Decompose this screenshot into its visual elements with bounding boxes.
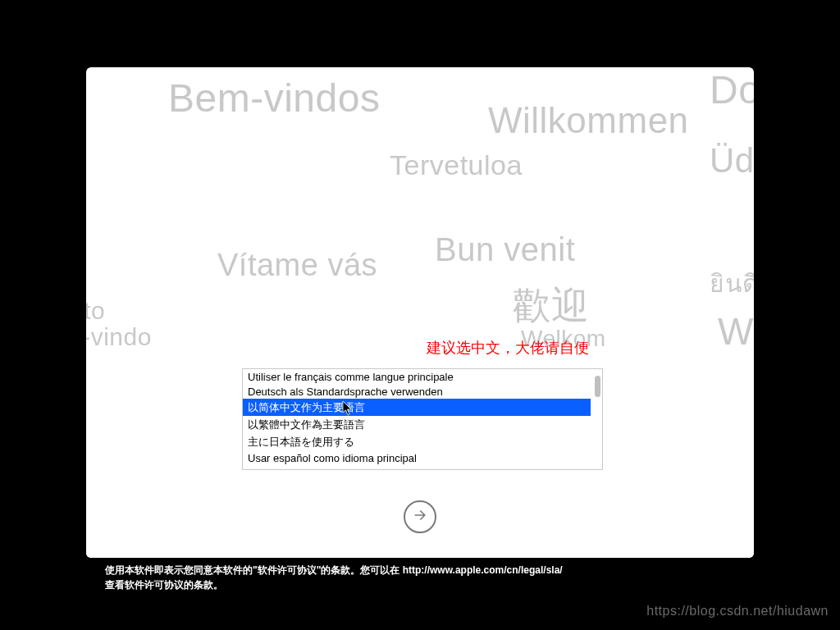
greeting-text: Bun venit: [435, 231, 575, 268]
annotation-text: 建议选中文，大佬请自便: [427, 338, 589, 358]
greeting-text: Vítame vás: [217, 248, 377, 283]
language-option[interactable]: 主に日本語を使用する: [243, 433, 591, 450]
language-option[interactable]: Usa l'italiano come lingua principale: [243, 465, 591, 470]
eula-line1-prefix: 使用本软件即表示您同意本软件的"软件许可协议"的条款。您可以在: [105, 564, 403, 576]
eula-line2: 查看软件许可协议的条款。: [105, 579, 223, 591]
setup-window: Bem-vindos Willkommen Do Tervetuloa Üd V…: [86, 67, 754, 558]
language-listbox[interactable]: Utiliser le français comme langue princi…: [242, 368, 603, 470]
arrow-right-icon: [412, 507, 428, 527]
greeting-text: Bem-vindos: [168, 75, 380, 121]
eula-url: http://www.apple.com/cn/legal/sla/: [403, 564, 563, 576]
language-option[interactable]: Deutsch als Standardsprache verwenden: [243, 384, 591, 399]
language-option[interactable]: 以繁體中文作為主要語言: [243, 416, 591, 433]
greeting-text: 歡迎: [513, 281, 589, 331]
greeting-text: ยินดี: [710, 264, 754, 303]
greeting-text: uto: [86, 297, 105, 325]
watermark-text: https://blog.csdn.net/hiudawn: [646, 604, 829, 619]
greeting-text: Üd: [710, 141, 754, 180]
continue-button[interactable]: [404, 500, 436, 533]
scrollbar-thumb[interactable]: [595, 376, 600, 397]
language-option[interactable]: Usar español como idioma principal: [243, 450, 591, 465]
eula-text: 使用本软件即表示您同意本软件的"软件许可协议"的条款。您可以在 http://w…: [105, 563, 737, 592]
language-option[interactable]: 以简体中文作为主要语言: [243, 399, 591, 416]
greeting-text: Do: [710, 67, 754, 112]
language-option[interactable]: Utiliser le français comme langue princi…: [243, 369, 591, 384]
greeting-text: Willkommen: [488, 100, 689, 141]
greeting-text: Tervetuloa: [390, 149, 523, 181]
